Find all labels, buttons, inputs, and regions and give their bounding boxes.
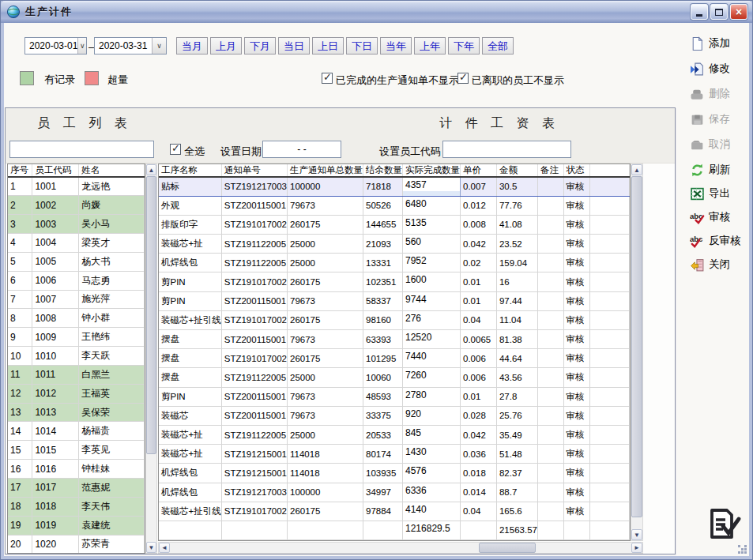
employee-row[interactable]: 101010李天跃 <box>8 347 145 366</box>
piecework-row[interactable]: 机焊线包STZ19121500111401810393545760.01882.… <box>159 464 630 483</box>
chevron-down-icon[interactable] <box>77 38 86 54</box>
actual-qty-cell[interactable]: 1600 <box>403 272 461 291</box>
quick-date-button[interactable]: 全部 <box>482 37 514 54</box>
piecework-row[interactable]: 摆盘STZ19101700226017510129574400.00644.64… <box>159 349 630 368</box>
sidebar-button-refresh[interactable]: 刷新 <box>690 160 753 179</box>
employee-row[interactable]: 121012王福英 <box>8 384 145 403</box>
actual-qty-cell[interactable]: 7260 <box>403 368 461 387</box>
piecework-vscrollbar[interactable]: ▲ ▼ <box>631 163 643 541</box>
select-all-checkbox[interactable] <box>170 144 181 155</box>
employee-row[interactable]: 181018李天伟 <box>8 497 145 516</box>
employee-row[interactable]: 141014杨福贵 <box>8 422 145 441</box>
employee-row[interactable]: 41004梁英才 <box>8 234 145 253</box>
actual-qty-cell[interactable]: 9744 <box>403 291 461 310</box>
sidebar-button-audit[interactable]: abc审核 <box>690 208 753 227</box>
actual-qty-cell[interactable]: 6480 <box>403 196 461 215</box>
scroll-up-icon[interactable]: ▲ <box>631 164 642 175</box>
piecework-row[interactable]: 外观STZ200115001796735052664800.01277.76审核 <box>159 196 630 215</box>
piecework-row[interactable]: 剪PINSTZ19101700226017510235116000.0116审核 <box>159 272 630 291</box>
quick-date-button[interactable]: 上年 <box>414 37 446 54</box>
scroll-left-icon[interactable]: ◄ <box>159 543 170 553</box>
piecework-hscroll-thumb[interactable] <box>479 543 536 553</box>
actual-qty-cell[interactable]: 276 <box>403 310 461 329</box>
quick-date-button[interactable]: 当月 <box>176 37 208 54</box>
actual-qty-cell[interactable]: 4576 <box>403 464 461 483</box>
quick-date-button[interactable]: 当日 <box>278 37 310 54</box>
employee-scrollbar[interactable]: ▲ ▼ <box>145 163 157 554</box>
piecework-hscrollbar[interactable]: ◄ ► <box>158 542 643 554</box>
piecework-row[interactable]: 机焊线包STZ191122005250001333179520.02159.04… <box>159 254 630 272</box>
actual-qty-cell[interactable]: 2780 <box>403 387 461 406</box>
actual-qty-cell[interactable]: 7952 <box>403 254 461 272</box>
sidebar-button-add-document[interactable]: 添加 <box>690 34 753 53</box>
actual-qty-cell[interactable]: 4140 <box>403 502 461 521</box>
actual-qty-cell[interactable]: 1430 <box>403 445 461 464</box>
employee-row[interactable]: 91009王艳纬 <box>8 328 145 347</box>
scroll-down-icon[interactable]: ▼ <box>631 529 642 540</box>
actual-qty-cell[interactable]: 4357 <box>403 177 461 196</box>
piecework-row[interactable]: 装磁芯+扯STZ19112200525000205338450.04235.49… <box>159 425 630 444</box>
piecework-row[interactable]: 剪PINSTZ200115001796735833797440.0197.44审… <box>159 291 630 310</box>
piecework-row[interactable]: 装磁芯+扯STZ19112200525000210935600.04223.52… <box>159 235 630 254</box>
piecework-row[interactable]: 装磁芯+扯STZ1912150011140188017414300.03651.… <box>159 445 630 464</box>
hide-completed-checkbox[interactable] <box>322 73 333 84</box>
date-to-combo[interactable]: 2020-03-31 <box>94 37 167 54</box>
employee-row[interactable]: 111011白黑兰 <box>8 365 145 384</box>
actual-qty-cell[interactable]: 12520 <box>403 330 461 349</box>
employee-row[interactable]: 151015李英见 <box>8 441 145 460</box>
quick-date-button[interactable]: 下年 <box>448 37 480 54</box>
close-button[interactable]: × <box>730 4 747 20</box>
employee-row[interactable]: 31003吴小马 <box>8 215 145 234</box>
scroll-right-icon[interactable]: ► <box>631 543 642 553</box>
sidebar-button-close-form[interactable]: 关闭 <box>690 255 753 274</box>
piecework-row[interactable]: 装磁芯+扯引线STZ191017002260175981602760.0411.… <box>159 310 630 329</box>
piecework-row[interactable]: 装磁芯STZ20011500179673333759200.02825.76审核 <box>159 406 630 425</box>
employee-row[interactable]: 71007施光萍 <box>8 290 145 309</box>
seq-cell: 17 <box>8 479 32 498</box>
employee-row[interactable]: 191019袁建统 <box>8 516 145 535</box>
actual-qty-cell[interactable]: 845 <box>403 425 461 444</box>
quick-date-button[interactable]: 下月 <box>244 37 276 54</box>
sidebar-button-unaudit[interactable]: abc反审核 <box>690 231 753 250</box>
employee-row[interactable]: 51005杨大书 <box>8 252 145 271</box>
minimize-button[interactable] <box>691 4 708 20</box>
employee-row[interactable]: 201020苏荣青 <box>8 535 145 554</box>
employee-row[interactable]: 11001龙远艳 <box>8 177 145 196</box>
maximize-button[interactable] <box>710 4 728 20</box>
quick-date-button[interactable]: 下日 <box>346 37 378 54</box>
piecework-row[interactable]: 剪PINSTZ200115001796734859327800.0127.8审核 <box>159 387 630 406</box>
piecework-row[interactable]: 摆盘STZ191122005250001006072600.00643.56审核 <box>159 368 630 387</box>
set-employee-code-input[interactable] <box>442 141 571 158</box>
chevron-down-icon[interactable] <box>152 38 166 54</box>
piecework-row[interactable]: 摆盘STZ2001150017967363393125200.006581.38… <box>159 330 630 349</box>
resize-grip-icon[interactable] <box>738 545 747 554</box>
piecework-row[interactable]: 装磁芯+扯引线STZ1910170022601759788441400.0416… <box>159 502 630 521</box>
piecework-vscroll-thumb[interactable] <box>631 176 642 517</box>
piecework-row[interactable]: 贴标STZ1912170031000007181843570.00730.5审核 <box>159 177 630 196</box>
quick-date-button[interactable]: 当年 <box>380 37 412 54</box>
employee-row[interactable]: 171017范惠妮 <box>8 479 145 498</box>
date-from-combo[interactable]: 2020-03-01 <box>24 37 87 54</box>
actual-qty-cell[interactable]: 6336 <box>403 483 461 502</box>
actual-qty-cell[interactable]: 7440 <box>403 349 461 368</box>
hide-resigned-checkbox[interactable] <box>457 73 469 84</box>
quick-date-button[interactable]: 上日 <box>312 37 344 54</box>
piecework-row[interactable]: 排版印字STZ19101700226017514465551350.00841.… <box>159 215 630 234</box>
sidebar-button-export-excel[interactable]: 导出 <box>690 184 753 203</box>
employee-row[interactable]: 61006马志勇 <box>8 271 145 290</box>
quick-date-button[interactable]: 上月 <box>210 37 242 54</box>
employee-row[interactable]: 131013吴保荣 <box>8 403 145 422</box>
employee-row[interactable]: 81008钟小群 <box>8 309 145 328</box>
sidebar-button-modify[interactable]: 修改 <box>690 59 753 78</box>
set-date-input[interactable] <box>262 141 341 158</box>
piecework-row[interactable]: 机焊线包STZ1912170031000003499763360.01488.7… <box>159 483 630 502</box>
scroll-down-icon[interactable]: ▼ <box>146 542 156 553</box>
employee-row[interactable]: 21002尚媛 <box>8 196 145 215</box>
employee-search-input[interactable] <box>9 141 154 158</box>
actual-qty-cell[interactable]: 5135 <box>403 215 461 234</box>
scroll-up-icon[interactable]: ▲ <box>146 164 156 175</box>
actual-qty-cell[interactable]: 560 <box>403 235 461 254</box>
actual-qty-cell[interactable]: 920 <box>403 406 461 425</box>
employee-scroll-thumb[interactable] <box>146 176 156 454</box>
employee-row[interactable]: 161016钟桂妹 <box>8 460 145 479</box>
